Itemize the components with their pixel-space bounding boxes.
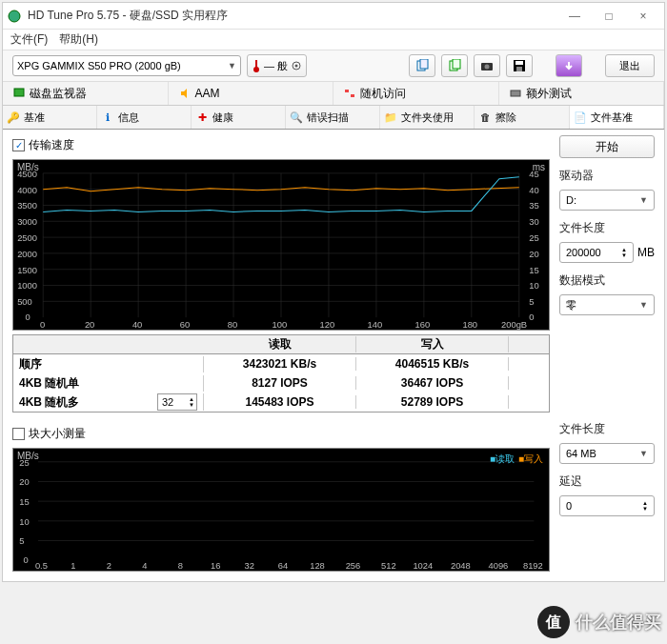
tab-folder-usage[interactable]: 📁文件夹使用 — [380, 106, 475, 129]
file-icon: 📄 — [574, 111, 587, 124]
svg-text:0.5: 0.5 — [35, 561, 48, 571]
titlebar: HD Tune Pro 5.75 - 硬盘/SSD 实用程序 — □ × — [3, 3, 664, 30]
save-button[interactable] — [506, 54, 533, 77]
results-table: 读取 写入 顺序 3423021 KB/s 4046515 KB/s 4KB 随… — [12, 334, 550, 413]
col-write: 写入 — [356, 336, 509, 352]
y-axis-left-unit: MB/s — [17, 162, 39, 172]
tab-disk-monitor[interactable]: 磁盘监视器 — [3, 82, 169, 105]
tabs-row-2: 🔑基准 ℹ信息 ✚健康 🔍错误扫描 📁文件夹使用 🗑擦除 📄文件基准 — [3, 106, 664, 130]
svg-text:0: 0 — [529, 312, 534, 322]
y-axis-unit: MB/s — [17, 451, 39, 461]
svg-text:0: 0 — [40, 320, 45, 330]
svg-text:25: 25 — [529, 233, 538, 243]
camera-icon — [480, 60, 494, 71]
monitor-icon — [12, 87, 26, 100]
filelength2-label: 文件长度 — [559, 421, 655, 437]
svg-text:2500: 2500 — [17, 233, 37, 243]
top-toolbar: XPG GAMMIX S50 PRO (2000 gB) ▼ — 般 退出 — [3, 50, 664, 82]
tab-extra-tests[interactable]: 额外测试 — [499, 82, 665, 105]
tab-benchmark[interactable]: 🔑基准 — [3, 106, 97, 129]
blocksize-checkbox[interactable]: 块大小测量 — [12, 424, 550, 444]
close-button[interactable]: × — [626, 5, 660, 28]
tabs-row-1: 磁盘监视器 AAM 随机访问 额外测试 — [3, 82, 664, 106]
svg-text:5: 5 — [529, 297, 534, 307]
drive-select[interactable]: XPG GAMMIX S50 PRO (2000 gB) ▼ — [12, 55, 241, 76]
menu-help[interactable]: 帮助(H) — [59, 31, 98, 48]
queue-depth-spinner[interactable]: 32▲▼ — [157, 393, 197, 411]
gauge-icon: 🔑 — [7, 111, 20, 124]
blocksize-label: 块大小测量 — [29, 426, 86, 442]
svg-text:5: 5 — [19, 537, 24, 547]
svg-text:256: 256 — [346, 561, 361, 571]
exit-button[interactable]: 退出 — [605, 54, 655, 77]
filelength2-select[interactable]: 64 MB▼ — [559, 443, 655, 464]
svg-text:4000: 4000 — [17, 186, 37, 195]
tab-random-access[interactable]: 随机访问 — [334, 82, 499, 105]
svg-text:80: 80 — [228, 320, 237, 330]
copy-info-button[interactable] — [441, 54, 468, 77]
temperature-button[interactable]: — 般 — [247, 54, 307, 77]
svg-rect-12 — [515, 61, 523, 65]
svg-text:20: 20 — [529, 250, 538, 259]
info-icon: ℹ — [101, 111, 114, 124]
app-icon — [7, 9, 22, 24]
svg-text:0: 0 — [25, 312, 30, 322]
svg-text:60: 60 — [180, 320, 190, 330]
tab-file-benchmark[interactable]: 📄文件基准 — [570, 106, 664, 129]
svg-rect-17 — [511, 91, 520, 96]
table-row: 4KB 随机单 8127 IOPS 36467 IOPS — [13, 373, 549, 392]
chevron-down-icon: ▼ — [639, 449, 648, 458]
minimize-button[interactable]: — — [557, 5, 592, 28]
svg-text:40: 40 — [132, 320, 142, 330]
window-title: HD Tune Pro 5.75 - 硬盘/SSD 实用程序 — [28, 8, 557, 24]
watermark-text: 什么值得买 — [576, 611, 661, 634]
drive-letter-select[interactable]: D:▼ — [559, 190, 655, 211]
start-button[interactable]: 开始 — [559, 135, 655, 158]
svg-text:1500: 1500 — [17, 266, 37, 275]
svg-point-2 — [253, 67, 259, 72]
tab-error-scan[interactable]: 🔍错误扫描 — [286, 106, 380, 129]
options-button[interactable] — [556, 54, 582, 77]
svg-text:2048: 2048 — [451, 561, 471, 571]
datamode-label: 数据模式 — [559, 272, 655, 289]
transfer-speed-chart: MB/s ms 45004000350030002500200015001000… — [12, 159, 550, 331]
copy-info-icon — [448, 59, 461, 72]
watermark: 值 什么值得买 — [537, 606, 661, 638]
chevron-down-icon: ▼ — [228, 61, 236, 70]
tab-info[interactable]: ℹ信息 — [97, 106, 192, 129]
svg-text:8192: 8192 — [523, 561, 543, 571]
svg-point-0 — [9, 10, 20, 22]
screenshot-button[interactable] — [474, 54, 500, 77]
svg-text:128: 128 — [310, 561, 325, 571]
svg-text:15: 15 — [529, 266, 538, 275]
svg-text:120: 120 — [320, 320, 335, 330]
arrow-down-icon — [563, 60, 575, 71]
svg-rect-1 — [255, 60, 257, 68]
maximize-button[interactable]: □ — [592, 5, 626, 28]
svg-text:1024: 1024 — [413, 561, 433, 571]
check-icon — [12, 428, 25, 440]
svg-text:35: 35 — [529, 202, 538, 211]
copy-text-button[interactable] — [409, 54, 435, 77]
filelength-unit: MB — [637, 246, 655, 259]
transfer-speed-checkbox[interactable]: ✓ 传输速度 — [12, 135, 550, 155]
datamode-select[interactable]: 零▼ — [559, 294, 655, 315]
filelength-spinner[interactable]: 200000▲▼ — [559, 242, 634, 263]
table-row: 顺序 3423021 KB/s 4046515 KB/s — [13, 354, 549, 373]
svg-text:3000: 3000 — [17, 217, 37, 227]
tab-aam[interactable]: AAM — [169, 82, 334, 105]
tab-erase[interactable]: 🗑擦除 — [475, 106, 569, 129]
latency-label: 延迟 — [559, 473, 655, 490]
speaker-icon — [178, 87, 192, 100]
chevron-down-icon: ▼ — [639, 195, 648, 205]
svg-text:8: 8 — [178, 561, 183, 571]
svg-rect-13 — [516, 67, 522, 71]
latency-spinner[interactable]: 0▲▼ — [559, 495, 655, 516]
svg-rect-14 — [14, 89, 24, 96]
svg-text:10: 10 — [529, 282, 538, 292]
svg-text:2000: 2000 — [17, 250, 37, 259]
svg-text:1000: 1000 — [17, 282, 37, 292]
tab-health[interactable]: ✚健康 — [192, 106, 286, 129]
drive-select-value: XPG GAMMIX S50 PRO (2000 gB) — [17, 60, 181, 71]
menu-file[interactable]: 文件(F) — [10, 31, 48, 48]
